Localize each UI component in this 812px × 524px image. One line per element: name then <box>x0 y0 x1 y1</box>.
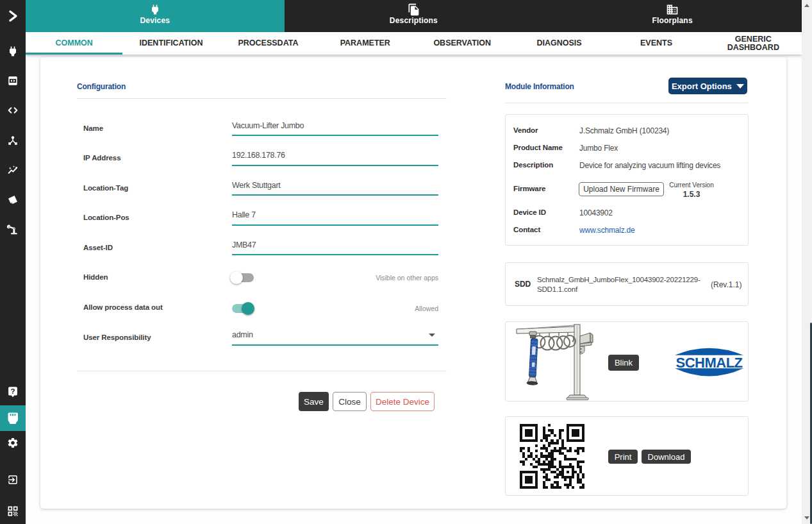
svg-text:SCHMALZ: SCHMALZ <box>675 355 742 371</box>
svg-text:?: ? <box>11 387 15 395</box>
